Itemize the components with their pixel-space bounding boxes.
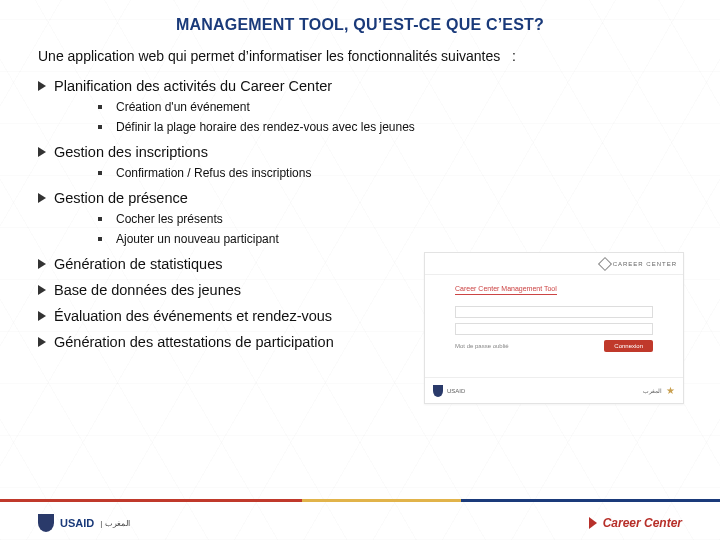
screenshot-footer-right: المغرب ★ (643, 385, 675, 396)
star-icon: ★ (666, 385, 675, 396)
chevron-icon (589, 517, 597, 529)
section-label: Gestion des inscriptions (54, 144, 208, 160)
screenshot-footer-left: USAID (433, 385, 465, 397)
square-bullet-icon (98, 171, 102, 175)
section-label: Génération des attestations de participa… (54, 334, 334, 350)
accent-bar (0, 499, 720, 502)
app-screenshot: CAREER CENTER Career Center Management T… (424, 252, 684, 404)
usaid-shield-icon (38, 514, 54, 532)
item-text: Définir la plage horaire des rendez-vous… (116, 120, 415, 134)
section-item: Cocher les présents (98, 212, 682, 226)
screenshot-tab: Career Center Management Tool (455, 285, 557, 295)
screenshot-field-pass (455, 323, 653, 335)
screenshot-body: Career Center Management Tool Mot de pas… (425, 275, 683, 362)
item-text: Confirmation / Refus des inscriptions (116, 166, 311, 180)
screenshot-login-button: Connexion (604, 340, 653, 352)
section-heading: Gestion des inscriptions (38, 144, 682, 160)
footer-right-text: Career Center (603, 516, 682, 530)
brand-text: CAREER CENTER (613, 261, 677, 267)
arrow-bullet-icon (38, 337, 46, 347)
slide-footer: USAID | المغرب Career Center (0, 506, 720, 540)
screenshot-field-user (455, 306, 653, 318)
section-item: Ajouter un nouveau participant (98, 232, 682, 246)
square-bullet-icon (98, 217, 102, 221)
usaid-shield-icon (433, 385, 443, 397)
arrow-bullet-icon (38, 81, 46, 91)
footer-logo-right: Career Center (589, 516, 682, 530)
footer-logo-left: USAID | المغرب (38, 514, 130, 532)
section-item: Définir la plage horaire des rendez-vous… (98, 120, 682, 134)
item-text: Cocher les présents (116, 212, 223, 226)
section-label: Génération de statistiques (54, 256, 222, 272)
square-bullet-icon (98, 125, 102, 129)
arrow-bullet-icon (38, 285, 46, 295)
screenshot-brand: CAREER CENTER (600, 259, 677, 269)
item-text: Ajouter un nouveau participant (116, 232, 279, 246)
arrow-bullet-icon (38, 147, 46, 157)
arrow-bullet-icon (38, 193, 46, 203)
section-item: Création d'un événement (98, 100, 682, 114)
screenshot-forgot-link: Mot de passe oublié (455, 343, 509, 349)
arrow-bullet-icon (38, 259, 46, 269)
screenshot-footer-left-text: USAID (447, 388, 465, 394)
section-label: Planification des activités du Career Ce… (54, 78, 332, 94)
intro-text: Une application web qui permet d’informa… (38, 48, 682, 64)
section-label: Gestion de présence (54, 190, 188, 206)
section-label: Base de données des jeunes (54, 282, 241, 298)
footer-left-text: USAID (60, 517, 94, 529)
square-bullet-icon (98, 105, 102, 109)
arrow-bullet-icon (38, 311, 46, 321)
brand-icon (598, 256, 612, 270)
section-label: Évaluation des événements et rendez-vous (54, 308, 332, 324)
footer-left-ar: | المغرب (100, 519, 129, 528)
square-bullet-icon (98, 237, 102, 241)
section-heading: Gestion de présence (38, 190, 682, 206)
screenshot-header: CAREER CENTER (425, 253, 683, 275)
slide-title: MANAGEMENT TOOL, QU’EST-CE QUE C’EST? (38, 16, 682, 34)
screenshot-footer-right-text: المغرب (643, 387, 662, 394)
screenshot-footer: USAID المغرب ★ (425, 377, 683, 403)
section-heading: Planification des activités du Career Ce… (38, 78, 682, 94)
item-text: Création d'un événement (116, 100, 250, 114)
section-item: Confirmation / Refus des inscriptions (98, 166, 682, 180)
